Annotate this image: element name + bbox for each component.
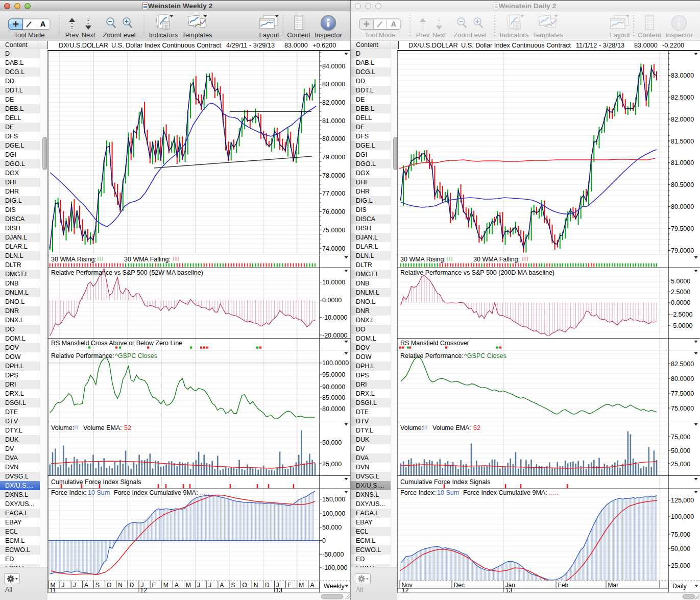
svg-text:0.0000: 0.0000 bbox=[322, 297, 342, 304]
svg-text:50,000: 50,000 bbox=[671, 545, 690, 553]
svg-text:100,000: 100,000 bbox=[322, 510, 345, 517]
svg-text:80.0000: 80.0000 bbox=[671, 203, 694, 210]
svg-text:2.5000: 2.5000 bbox=[671, 289, 690, 296]
svg-text:RS Mansfield Crossover: RS Mansfield Crossover bbox=[400, 340, 469, 347]
svg-text:30 WMA Rising:: 30 WMA Rising: bbox=[51, 256, 96, 263]
svg-text:Inspector: Inspector bbox=[665, 31, 693, 39]
svg-text:Zoom: Zoom bbox=[103, 31, 119, 39]
svg-text:25,000: 25,000 bbox=[671, 562, 690, 569]
svg-text:Relative Performance vs S&P 50: Relative Performance vs S&P 500 (200D MA… bbox=[400, 269, 554, 276]
svg-text:A: A bbox=[175, 582, 179, 589]
svg-text:D: D bbox=[265, 582, 270, 589]
svg-text:Cumulative Force Index Signals: Cumulative Force Index Signals bbox=[51, 478, 141, 486]
svg-text:30 WMA Falling:: 30 WMA Falling: bbox=[473, 256, 520, 263]
svg-text:83.0000: 83.0000 bbox=[322, 81, 345, 88]
svg-text:75.0000: 75.0000 bbox=[322, 227, 345, 234]
svg-text:80.5000: 80.5000 bbox=[671, 181, 694, 188]
svg-text:Feb: Feb bbox=[558, 582, 569, 589]
svg-text:Next: Next bbox=[82, 31, 95, 39]
svg-text:N: N bbox=[254, 582, 258, 589]
svg-text:76.0000: 76.0000 bbox=[322, 208, 345, 215]
svg-text:0.0000: 0.0000 bbox=[671, 299, 690, 306]
svg-text:Force Index Cumulative 9MA:: Force Index Cumulative 9MA: bbox=[463, 489, 547, 496]
svg-text:50,000: 50,000 bbox=[322, 524, 342, 531]
svg-text:Relative Performance vs S&P 50: Relative Performance vs S&P 500 (52W MA … bbox=[51, 269, 203, 276]
svg-text:S: S bbox=[95, 582, 100, 589]
svg-text:74.0000: 74.0000 bbox=[322, 245, 345, 252]
svg-text:Relative Performance:: Relative Performance: bbox=[51, 352, 114, 359]
svg-text:F: F bbox=[287, 582, 291, 589]
svg-text:Inspector: Inspector bbox=[315, 31, 342, 39]
svg-text:J: J bbox=[197, 582, 200, 589]
svg-text:0: 0 bbox=[322, 537, 326, 544]
svg-text:Content: Content bbox=[638, 31, 661, 39]
svg-text:50,000: 50,000 bbox=[322, 439, 342, 446]
svg-text:Prev: Prev bbox=[416, 31, 430, 39]
svg-text:O: O bbox=[107, 582, 111, 589]
svg-text:Indicators: Indicators bbox=[500, 31, 529, 39]
svg-text:F: F bbox=[152, 582, 156, 589]
svg-text:5.0000: 5.0000 bbox=[671, 278, 690, 285]
svg-text:84.0000: 84.0000 bbox=[322, 63, 345, 70]
svg-text:M: M bbox=[163, 582, 168, 589]
svg-text:-2.5000: -2.5000 bbox=[671, 311, 692, 318]
svg-text:83.0000: 83.0000 bbox=[671, 72, 694, 79]
svg-text:82.0000: 82.0000 bbox=[671, 116, 694, 123]
svg-text:75,000: 75,000 bbox=[671, 531, 690, 538]
svg-text:10 Sum: 10 Sum bbox=[437, 489, 459, 496]
svg-text:A: A bbox=[40, 20, 46, 28]
svg-text:50,000: 50,000 bbox=[671, 447, 690, 454]
svg-text:25,000: 25,000 bbox=[671, 461, 690, 468]
svg-text:80.0000: 80.0000 bbox=[322, 135, 345, 142]
svg-text:75,000: 75,000 bbox=[671, 434, 690, 441]
svg-text:M: M bbox=[299, 582, 304, 589]
svg-text:J: J bbox=[73, 582, 76, 589]
svg-text:Zoom: Zoom bbox=[453, 31, 470, 39]
svg-text:Level: Level bbox=[470, 31, 486, 39]
svg-text:Force Index:: Force Index: bbox=[51, 489, 86, 496]
svg-text:80.0000: 80.0000 bbox=[671, 375, 694, 382]
svg-text:10 Sum: 10 Sum bbox=[88, 489, 110, 496]
svg-text:77.5000: 77.5000 bbox=[671, 390, 694, 397]
svg-text:J: J bbox=[208, 582, 211, 589]
svg-text:78.0000: 78.0000 bbox=[322, 172, 345, 179]
svg-text:^GSPC Closes: ^GSPC Closes bbox=[464, 352, 506, 359]
svg-text:Templates: Templates bbox=[182, 31, 212, 39]
svg-text:Volume:: Volume: bbox=[400, 424, 423, 431]
svg-text:95.0000: 95.0000 bbox=[322, 371, 345, 378]
svg-text:30 WMA Rising:: 30 WMA Rising: bbox=[400, 256, 446, 263]
svg-text:-5.0000: -5.0000 bbox=[671, 322, 692, 329]
svg-text:79.0000: 79.0000 bbox=[322, 154, 345, 161]
svg-text:Relative Performance:: Relative Performance: bbox=[400, 352, 464, 359]
svg-text:^GSPC Closes: ^GSPC Closes bbox=[115, 352, 157, 359]
svg-text:-100,000: -100,000 bbox=[322, 564, 347, 571]
svg-text:Prev: Prev bbox=[65, 31, 79, 39]
svg-text:RS Mansfield Cross Above or Be: RS Mansfield Cross Above or Below Zero L… bbox=[51, 340, 182, 347]
svg-text:Volume EMA:: Volume EMA: bbox=[432, 424, 471, 431]
svg-text:100,000: 100,000 bbox=[671, 513, 694, 520]
svg-text:125,000: 125,000 bbox=[671, 497, 694, 504]
svg-text:Mar: Mar bbox=[608, 582, 619, 589]
svg-text:Volume EMA:: Volume EMA: bbox=[83, 424, 122, 431]
svg-text:82.5000: 82.5000 bbox=[671, 361, 694, 368]
svg-text:75.0000: 75.0000 bbox=[671, 405, 694, 412]
svg-text:81.5000: 81.5000 bbox=[671, 138, 694, 145]
svg-text:79.5000: 79.5000 bbox=[671, 225, 694, 232]
svg-text:25,000: 25,000 bbox=[322, 461, 342, 468]
svg-text:52: 52 bbox=[124, 424, 131, 431]
svg-text:Weekly: Weekly bbox=[324, 583, 345, 590]
svg-text:Force Index Cumulative 9MA:: Force Index Cumulative 9MA: bbox=[114, 489, 198, 496]
svg-text:10.0000: 10.0000 bbox=[322, 279, 345, 286]
svg-text:Content: Content bbox=[287, 31, 310, 39]
svg-text:82.0000: 82.0000 bbox=[322, 99, 345, 106]
svg-text:-20.0000: -20.0000 bbox=[322, 332, 347, 339]
svg-text:81.0000: 81.0000 bbox=[322, 117, 345, 125]
svg-text:A: A bbox=[391, 20, 397, 28]
svg-text:A: A bbox=[220, 582, 224, 589]
svg-text:85.0000: 85.0000 bbox=[322, 394, 345, 401]
svg-text:Indicators: Indicators bbox=[149, 31, 178, 39]
svg-text:80.0000: 80.0000 bbox=[322, 405, 345, 413]
svg-text:Dec: Dec bbox=[454, 582, 465, 589]
svg-text:-10.0000: -10.0000 bbox=[322, 314, 347, 321]
svg-text:30 WMA Falling:: 30 WMA Falling: bbox=[124, 256, 171, 263]
